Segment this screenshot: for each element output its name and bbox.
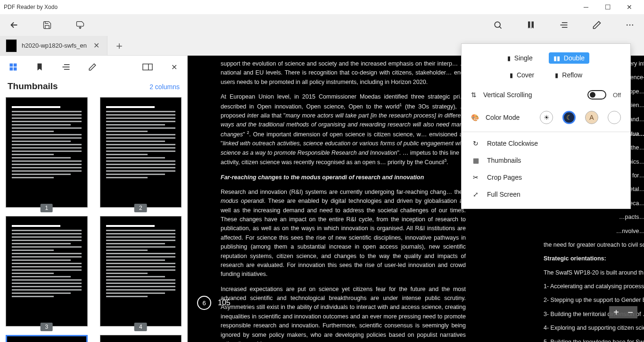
thumbnail-page-5[interactable]: 5 [6,335,88,342]
app-title: PDF Reader by Xodo [4,4,58,10]
close-panel-button[interactable]: ✕ [166,59,182,75]
window-minimize[interactable]: ─ [575,0,597,14]
color-mode-sepia[interactable]: A [585,111,598,124]
toggle-state: Off [613,92,621,99]
thumbnail-page-1[interactable]: 1 [6,97,88,208]
save-as-button[interactable] [71,16,90,34]
grid-icon: ▦ [472,157,479,164]
svg-rect-10 [10,67,13,71]
tab-close[interactable]: ✕ [91,41,101,50]
thumbnail-page-6[interactable]: 6 [100,335,182,342]
total-pages: 105 [218,299,231,307]
outline-tab[interactable] [58,59,74,75]
columns-toggle[interactable]: 2 columns [149,83,180,91]
palette-icon: 🎨 [471,114,479,121]
svg-point-7 [632,25,634,26]
sidebar-title: Thumbnails [8,81,58,92]
color-mode-dark[interactable]: ☾ [562,111,576,124]
current-page: 6 [197,296,211,310]
full-screen[interactable]: ⤢Full Screen [462,186,630,203]
svg-rect-15 [143,64,152,70]
svg-line-1 [499,26,501,28]
fullscreen-icon: ⤢ [472,191,479,198]
page-indicator[interactable]: 6 105 [197,296,231,310]
scroll-icon: ⇅ [471,91,477,99]
bookmarks-tab[interactable] [32,59,47,75]
zoom-in-button[interactable]: + [609,306,623,318]
view-settings-button[interactable] [554,16,573,34]
zoom-out-button[interactable]: − [623,306,637,318]
thumbnail-page-4[interactable]: 4 [100,216,182,326]
svg-rect-8 [10,64,13,67]
svg-rect-9 [14,64,17,67]
bookmarks-button[interactable] [521,16,540,34]
page-icon: ▮ [507,55,511,62]
color-mode-label: Color Mode [486,114,520,121]
color-mode-light[interactable]: ☀ [540,111,553,124]
save-button[interactable] [38,16,57,34]
color-mode-none[interactable] [608,111,621,124]
tab-title: h2020-wp1820-swfs_en [22,42,87,49]
thumbnail-number: 3 [40,323,53,331]
crop-icon: ✂ [472,174,479,181]
layout-reflow[interactable]: ▮Reflow [550,69,587,81]
annotate-button[interactable] [587,16,606,34]
layout-cover[interactable]: ▮Cover [505,69,539,81]
thumbnail-number: 2 [134,204,147,212]
page-content-left: support the evolution of science and soc… [221,56,466,342]
layout-single[interactable]: ▮Single [503,52,537,64]
thumbnail-number: 1 [40,204,53,212]
svg-point-5 [627,25,628,26]
window-close[interactable]: ✕ [619,0,640,14]
view-settings-panel: ▮Single ▮▮Double ▮Cover ▮Reflow ⇅ Vertic… [461,43,631,209]
thumbnail-number: 4 [134,323,147,331]
crop-pages[interactable]: ✂Crop Pages [462,169,630,186]
thumbnail-page-2[interactable]: 2 [100,97,182,208]
rotate-icon: ↻ [472,140,479,147]
reflow-icon: ▮ [555,72,558,79]
search-button[interactable] [488,16,507,34]
rotate-clockwise[interactable]: ↻Rotate Clockwise [462,135,630,152]
more-button[interactable] [620,16,639,34]
annotations-tab[interactable] [85,59,100,75]
thumbnails-tab[interactable] [6,59,21,75]
svg-rect-11 [14,67,17,71]
double-page-icon: ▮▮ [553,55,560,62]
vertical-scrolling-toggle[interactable] [587,90,606,100]
vertical-scrolling-label: Vertical Scrolling [483,91,581,99]
panel-layout-button[interactable] [140,59,155,75]
document-tab[interactable]: h2020-wp1820-swfs_en ✕ [0,36,107,55]
back-button[interactable] [5,16,24,34]
window-maximize[interactable]: ☐ [597,0,619,14]
thumbnail-page-3[interactable]: 3 [6,216,88,326]
svg-point-0 [495,22,500,27]
new-tab-button[interactable]: ＋ [107,36,131,55]
thumbnails-action[interactable]: ▦Thumbnails [462,152,630,169]
layout-double[interactable]: ▮▮Double [549,52,589,64]
document-icon [6,39,17,52]
svg-point-6 [629,25,631,26]
cover-icon: ▮ [510,72,513,79]
